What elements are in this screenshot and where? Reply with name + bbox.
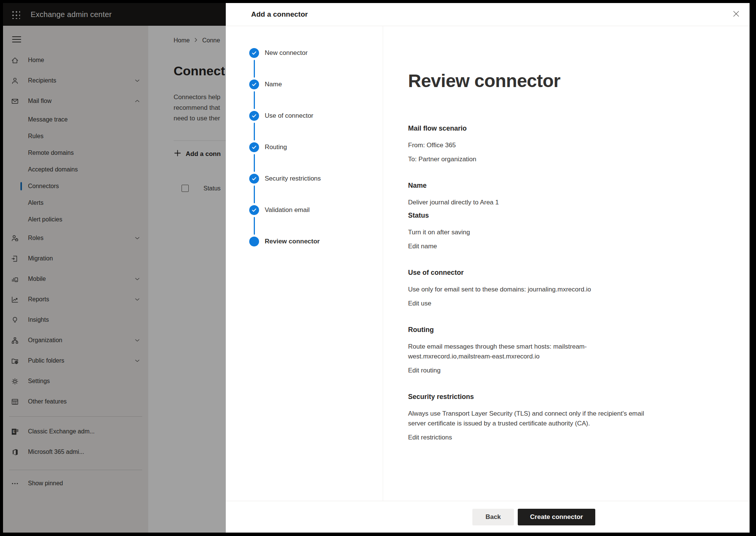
- add-connector-modal: Add a connector New connectorNameUse of …: [226, 3, 750, 533]
- wizard-step-label: Name: [265, 80, 282, 89]
- review-section: Use of connectorUse only for email sent …: [408, 269, 727, 309]
- screenshot-frame: Exchange admin center HomeRecipientsMail…: [0, 0, 756, 536]
- wizard-step-review-connector[interactable]: Review connector: [249, 237, 383, 268]
- completed-step-check-icon: [249, 79, 259, 89]
- modal-body: New connectorNameUse of connectorRouting…: [226, 26, 750, 501]
- wizard-stepper: New connectorNameUse of connectorRouting…: [226, 26, 383, 501]
- section-title: Mail flow scenario: [408, 125, 727, 132]
- wizard-step-use-of-connector[interactable]: Use of connector: [249, 111, 383, 142]
- current-step-dot: [249, 237, 259, 246]
- review-section: RoutingRoute email messages through thes…: [408, 326, 727, 376]
- review-sections: Mail flow scenarioFrom: Office 365To: Pa…: [408, 125, 727, 443]
- section-title: Status: [408, 212, 727, 220]
- edit-name-link[interactable]: Edit name: [408, 242, 437, 251]
- create-connector-button[interactable]: Create connector: [518, 509, 595, 525]
- section-text: Always use Transport Layer Security (TLS…: [408, 409, 644, 428]
- wizard-step-new-connector[interactable]: New connector: [249, 48, 383, 79]
- back-button[interactable]: Back: [472, 509, 514, 525]
- wizard-step-validation-email[interactable]: Validation email: [249, 205, 383, 237]
- completed-step-check-icon: [249, 111, 259, 121]
- modal-footer: Back Create connector: [226, 501, 750, 533]
- wizard-step-label: Use of connector: [265, 111, 314, 120]
- section-title: Use of connector: [408, 269, 727, 277]
- review-section: Mail flow scenarioFrom: Office 365To: Pa…: [408, 125, 727, 164]
- edit-routing-link[interactable]: Edit routing: [408, 366, 441, 376]
- review-section: Security restrictionsAlways use Transpor…: [408, 393, 727, 443]
- review-heading: Review connector: [408, 70, 727, 91]
- section-text: From: Office 365: [408, 140, 644, 150]
- modal-title: Add a connector: [251, 10, 308, 19]
- review-panel: Review connector Mail flow scenarioFrom:…: [383, 26, 750, 501]
- section-text: Deliver journal directly to Area 1: [408, 198, 644, 207]
- wizard-step-routing[interactable]: Routing: [249, 142, 383, 174]
- wizard-step-label: Validation email: [265, 206, 310, 215]
- review-section: NameDeliver journal directly to Area 1St…: [408, 182, 727, 251]
- section-title: Routing: [408, 326, 727, 334]
- section-title: Name: [408, 182, 727, 190]
- section-text: Use only for email sent to these domains…: [408, 285, 644, 294]
- completed-step-check-icon: [249, 48, 259, 58]
- section-title: Security restrictions: [408, 393, 727, 401]
- completed-step-check-icon: [249, 142, 259, 152]
- section-text: To: Partner organization: [408, 154, 644, 164]
- wizard-step-label: Review connector: [265, 237, 320, 246]
- close-icon[interactable]: [729, 7, 744, 22]
- wizard-step-security-restrictions[interactable]: Security restrictions: [249, 174, 383, 205]
- wizard-step-label: New connector: [265, 48, 307, 58]
- wizard-step-label: Security restrictions: [265, 174, 321, 183]
- modal-header: Add a connector: [226, 3, 750, 26]
- wizard-step-label: Routing: [265, 143, 287, 152]
- section-text: Turn it on after saving: [408, 227, 644, 237]
- edit-restrictions-link[interactable]: Edit restrictions: [408, 433, 452, 443]
- edit-use-link[interactable]: Edit use: [408, 299, 431, 309]
- completed-step-check-icon: [249, 174, 259, 184]
- section-text: Route email messages through these smart…: [408, 342, 644, 361]
- wizard-step-name[interactable]: Name: [249, 79, 383, 111]
- completed-step-check-icon: [249, 205, 259, 215]
